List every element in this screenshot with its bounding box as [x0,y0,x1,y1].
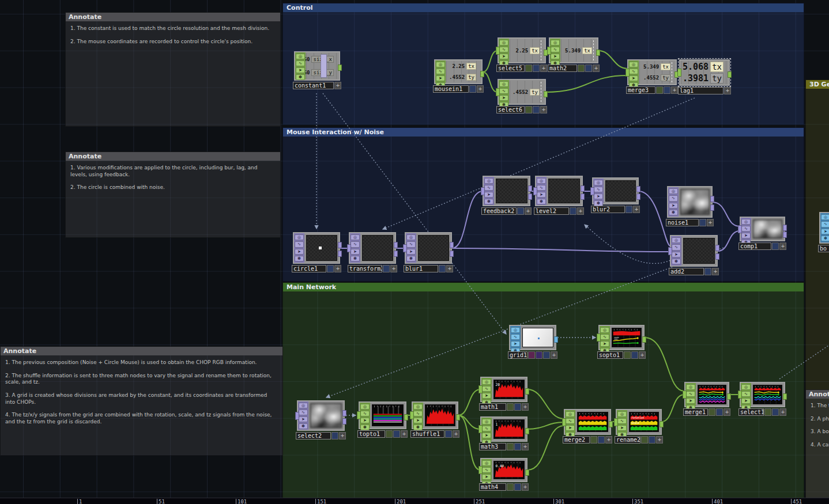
node-name-label[interactable]: comp1 [738,242,771,250]
node-bypass-flag-icon[interactable]: ∿ [295,241,304,247]
output-connector[interactable] [544,91,548,97]
node-feedback2[interactable]: ◎∿➤✽feedback2+ [483,176,530,215]
node-body[interactable]: ◎∿➤✽ [293,232,340,264]
blue-display-flag[interactable] [514,403,521,411]
node-body[interactable]: ◎∿➤✽ [349,232,396,264]
node-name-label[interactable]: select1 [738,408,764,416]
node-merge2[interactable]: ◎∿➤✽merge2+ [564,409,611,444]
input-connector[interactable] [533,187,537,195]
green-display-flag[interactable] [656,86,663,94]
node-export-flag-icon[interactable]: ➤ [629,75,638,81]
node-bypass-flag-icon[interactable]: ∿ [741,391,751,397]
node-bypass-flag-icon[interactable]: ∿ [484,185,493,191]
node-sopto1[interactable]: ◎∿➤✽sopto1+ [598,325,645,359]
node-body[interactable]: ◎∿➤✽ [297,400,345,431]
expand-parameters-button[interactable]: + [639,351,646,359]
node-export-flag-icon[interactable]: ➤ [741,398,751,404]
node-viewer-flag-icon[interactable]: ◎ [499,81,508,87]
node-viewer-flag-icon[interactable]: ◎ [672,237,681,243]
input-connector[interactable] [668,247,672,255]
node-viewer-flag-icon[interactable]: ◎ [299,403,308,408]
annotate-box-a2[interactable]: Annotate1. Various modifications are app… [65,151,281,238]
node-blur2[interactable]: ◎∿➤✽blur2+ [592,177,639,214]
green-display-flag[interactable] [507,403,514,411]
blue-display-flag[interactable] [598,436,605,444]
magenta-display-flag[interactable] [528,351,535,359]
node-topto1[interactable]: ◎∿➤✽topto1+ [359,401,406,438]
blue-display-flag[interactable] [327,265,334,272]
output-connector[interactable] [727,393,731,400]
output-connector[interactable] [581,194,585,200]
node-export-flag-icon[interactable]: ➤ [821,229,829,234]
node-bypass-flag-icon[interactable]: ∿ [594,187,603,192]
node-math1[interactable]: ◎∿➤✽20math1+ [480,377,527,411]
output-connector[interactable] [338,242,342,248]
node-bypass-flag-icon[interactable]: ∿ [669,195,678,201]
expand-parameters-button[interactable]: + [779,408,786,416]
expand-parameters-button[interactable]: + [551,351,557,359]
node-viewer-flag-icon[interactable]: ◎ [629,62,638,67]
network-box-title-control[interactable]: Control [283,3,804,12]
node-circle1[interactable]: ◎∿➤✽circle1+ [293,232,340,273]
output-connector[interactable] [394,251,398,257]
blue-display-flag[interactable] [716,408,723,416]
output-connector[interactable] [710,204,714,211]
value-slider[interactable] [321,54,327,78]
node-bypass-flag-icon[interactable]: ∿ [499,47,508,52]
node-export-flag-icon[interactable]: ➤ [299,416,308,422]
node-viewer-flag-icon[interactable]: ◎ [669,188,678,194]
node-body[interactable]: ◎∿➤✽ [684,382,729,407]
node-name-label[interactable]: rename2 [615,436,640,444]
node-comment-flag-icon[interactable]: ✽ [295,256,304,262]
network-editor-canvas[interactable]: ControlMouse Interaction w/ NoiseMain Ne… [0,0,829,504]
node-viewer-flag-icon[interactable]: ◎ [594,180,603,185]
node-blur1[interactable]: ◎∿➤✽blur1+ [405,232,452,273]
node-transform2[interactable]: ◎∿➤✽transform2+ [349,232,396,273]
node-comment-flag-icon[interactable]: ✽ [537,199,546,204]
green-display-flag[interactable] [578,65,585,72]
node-level2[interactable]: ◎∿➤✽level2+ [535,176,583,215]
node-name-label[interactable]: merge2 [563,436,590,444]
node-viewer-flag-icon[interactable]: ◎ [351,234,360,240]
node-comment-flag-icon[interactable]: ✽ [406,256,416,262]
node-name-label[interactable]: lag1 [678,87,724,94]
node-add2[interactable]: ◎∿➤✽add2+ [670,235,718,276]
node-viewer-flag-icon[interactable]: ◎ [482,460,491,466]
expand-parameters-button[interactable]: + [540,65,547,72]
node-select5[interactable]: ◎∿➤✽2.25txselect5+ [498,37,546,73]
node-viewer-flag-icon[interactable]: ◎ [406,234,416,240]
node-name-label[interactable]: merge1 [683,408,708,416]
node-body[interactable]: ◎∿➤✽20 [480,377,527,402]
expand-parameters-button[interactable]: + [390,265,397,272]
node-select6[interactable]: ◎∿➤✽.4552tyselect6+ [498,79,546,114]
input-connector[interactable] [597,334,601,342]
expand-parameters-button[interactable]: + [401,430,408,438]
node-bypass-flag-icon[interactable]: ∿ [741,226,751,232]
node-body[interactable]: ◎∿➤✽ [740,382,785,407]
node-viewer-flag-icon[interactable]: ◎ [436,62,445,67]
expand-parameters-button[interactable]: + [522,443,529,450]
output-connector[interactable] [528,194,532,200]
input-connector[interactable] [478,385,483,393]
blue-display-flag[interactable] [699,219,706,226]
node-name-label[interactable]: transform2 [348,265,382,272]
node-export-flag-icon[interactable]: ➤ [360,418,370,423]
blue-display-flag[interactable] [772,408,779,416]
output-connector[interactable] [456,414,460,420]
node-comp1[interactable]: ◎∿➤✽comp1+ [740,217,785,251]
timeline-ruler[interactable]: 151101151201251301351401451 [0,498,829,504]
input-connector[interactable] [295,412,299,420]
node-math3[interactable]: ◎∿➤✽1math3+ [480,416,527,451]
input-connector[interactable] [683,391,687,399]
node-grid1[interactable]: ◎∿➤✽grid1+ [509,325,556,359]
node-bypass-flag-icon[interactable]: ∿ [299,410,308,415]
node-export-flag-icon[interactable]: ➤ [295,249,304,255]
expand-parameters-button[interactable]: + [525,207,532,215]
node-export-flag-icon[interactable]: ➤ [406,249,416,255]
node-viewer-flag-icon[interactable]: ◎ [821,214,829,220]
node-body[interactable]: ◎∿➤✽ [592,177,639,204]
node-body[interactable]: ◎∿➤✽5.349tx.4552ty [627,59,677,85]
green-display-flag[interactable] [709,408,715,416]
node-body[interactable]: ◎∿➤✽250size_x250size_y [294,51,340,81]
node-comment-flag-icon[interactable]: ✽ [299,423,308,429]
